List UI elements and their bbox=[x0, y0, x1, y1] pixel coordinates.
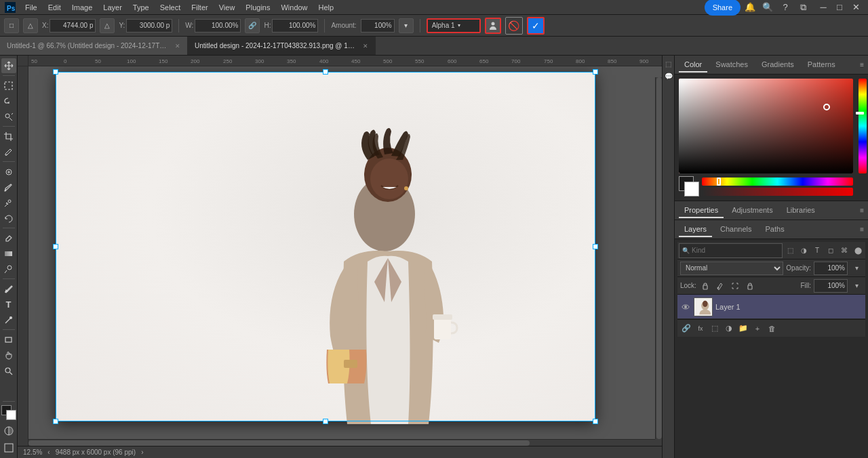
y-input[interactable] bbox=[126, 19, 172, 33]
commit-transform-button[interactable]: ✓ bbox=[527, 17, 545, 35]
transform-handle-br[interactable] bbox=[593, 419, 598, 424]
pen-tool[interactable] bbox=[1, 281, 16, 296]
tab-close-active-icon[interactable]: ✕ bbox=[363, 43, 368, 49]
paths-tab[interactable]: Paths bbox=[760, 222, 790, 237]
filter-smart-icon[interactable]: ⌘ bbox=[838, 245, 850, 257]
transform-handle-tr[interactable] bbox=[593, 69, 598, 75]
layers-panel-menu-icon[interactable]: ≡ bbox=[860, 226, 864, 233]
share-button[interactable]: Share bbox=[705, 0, 741, 16]
shape-tool[interactable] bbox=[1, 332, 16, 347]
layer-visibility-icon[interactable] bbox=[680, 301, 691, 312]
close-button[interactable]: ✕ bbox=[848, 0, 864, 16]
gradients-tab[interactable]: Gradients bbox=[756, 58, 800, 72]
lock-transparency-icon[interactable] bbox=[699, 280, 711, 292]
menu-file[interactable]: File bbox=[20, 2, 42, 13]
move-tool[interactable] bbox=[1, 58, 16, 73]
maximize-button[interactable]: □ bbox=[831, 0, 848, 16]
tab-untitled-design[interactable]: Untitled design - 2024-12-17T043832.913.… bbox=[188, 37, 376, 55]
group-layers-icon[interactable]: 📁 bbox=[737, 322, 749, 335]
layers-tab[interactable]: Layers bbox=[679, 222, 712, 237]
search-icon[interactable]: 🔍 bbox=[760, 0, 776, 16]
rectangular-select-tool[interactable] bbox=[1, 78, 16, 93]
fill-chevron-icon[interactable]: ▾ bbox=[850, 280, 863, 292]
libraries-tab[interactable]: Libraries bbox=[781, 203, 821, 218]
transform-handle-mr[interactable] bbox=[593, 244, 598, 249]
channels-tab[interactable]: Channels bbox=[715, 222, 757, 237]
swatches-tab[interactable]: Swatches bbox=[710, 58, 753, 72]
new-layer-icon[interactable]: + bbox=[751, 322, 764, 335]
transform-handle-tm[interactable] bbox=[323, 69, 328, 75]
link-wh-button[interactable]: 🔗 bbox=[245, 18, 260, 33]
color-spectrum[interactable] bbox=[679, 79, 853, 173]
history-brush-tool[interactable] bbox=[1, 211, 16, 226]
dodge-tool[interactable] bbox=[1, 262, 16, 276]
opacity-chevron-icon[interactable]: ▾ bbox=[850, 262, 863, 274]
layers-search[interactable]: 🔍 bbox=[679, 243, 783, 258]
crop-tool[interactable] bbox=[1, 129, 16, 144]
filter-pixel-icon[interactable]: ⬚ bbox=[784, 245, 796, 257]
help-icon[interactable]: ? bbox=[777, 0, 793, 16]
canvas-area[interactable]: 50 0 50 100 150 200 250 300 350 400 450 … bbox=[18, 56, 662, 458]
h-input[interactable] bbox=[272, 19, 318, 33]
amount-input[interactable] bbox=[361, 19, 395, 33]
type-tool[interactable]: T bbox=[1, 297, 16, 312]
minimize-button[interactable]: ─ bbox=[815, 0, 831, 16]
vscrollbar-thumb[interactable] bbox=[656, 77, 662, 439]
menu-filter[interactable]: Filter bbox=[186, 2, 212, 13]
x-input[interactable] bbox=[50, 19, 96, 33]
notification-icon[interactable]: 🔔 bbox=[742, 0, 758, 16]
filter-type-icon[interactable]: T bbox=[811, 245, 823, 257]
tab-close-icon[interactable]: ✕ bbox=[175, 43, 180, 49]
fill-input[interactable] bbox=[814, 279, 848, 293]
menu-window[interactable]: Window bbox=[276, 2, 312, 13]
lock-paint-icon[interactable] bbox=[714, 280, 726, 292]
menu-image[interactable]: Image bbox=[67, 2, 98, 13]
eyedropper-tool[interactable] bbox=[1, 144, 16, 159]
menu-type[interactable]: Type bbox=[128, 2, 154, 13]
cancel-transform-button[interactable]: 🚫 bbox=[505, 17, 523, 35]
patterns-tab[interactable]: Patterns bbox=[802, 58, 841, 72]
adjustment-layer-icon[interactable]: ◑ bbox=[723, 322, 735, 335]
add-mask-icon[interactable]: ⬚ bbox=[709, 322, 721, 335]
alpha-slider[interactable] bbox=[702, 188, 853, 196]
table-row[interactable]: Layer 1 bbox=[677, 295, 865, 319]
horizontal-scrollbar[interactable] bbox=[28, 439, 655, 446]
amount-dropdown[interactable]: ▾ bbox=[399, 18, 414, 33]
screen-mode-button[interactable] bbox=[1, 440, 16, 455]
menu-view[interactable]: View bbox=[214, 2, 240, 13]
layers-search-input[interactable] bbox=[692, 247, 779, 254]
quick-select-tool[interactable] bbox=[1, 109, 16, 124]
lock-artboard-icon[interactable] bbox=[729, 280, 741, 292]
transform-handle-tl[interactable] bbox=[53, 69, 58, 75]
lock-all-icon[interactable] bbox=[744, 280, 756, 292]
vertical-scrollbar[interactable] bbox=[655, 77, 662, 439]
filter-shape-icon[interactable]: ◻ bbox=[825, 245, 837, 257]
menu-select[interactable]: Select bbox=[155, 2, 186, 13]
person-icon-button[interactable] bbox=[485, 18, 501, 34]
properties-tab[interactable]: Properties bbox=[679, 203, 724, 218]
comment-icon[interactable]: 💬 bbox=[663, 70, 674, 81]
menu-plugins[interactable]: Plugins bbox=[241, 2, 275, 13]
color-panel-menu-icon[interactable]: ≡ bbox=[860, 61, 864, 68]
link-layers-icon[interactable]: 🔗 bbox=[680, 322, 692, 335]
layer-fx-icon[interactable]: fx bbox=[694, 322, 707, 335]
quick-mask-mode[interactable] bbox=[1, 423, 16, 438]
tool-options-rectangle[interactable]: □ bbox=[4, 18, 19, 33]
opacity-input[interactable] bbox=[814, 262, 848, 275]
background-swatch[interactable] bbox=[684, 182, 699, 196]
zoom-tool[interactable] bbox=[1, 363, 16, 378]
blend-mode-select[interactable]: Normal bbox=[680, 262, 783, 275]
fg-bg-color-swatch[interactable] bbox=[1, 405, 16, 420]
filter-adjust-icon[interactable]: ◑ bbox=[797, 245, 810, 257]
color-tab[interactable]: Color bbox=[679, 58, 707, 72]
status-arrow-left[interactable]: ‹ bbox=[47, 449, 50, 456]
filter-active-icon[interactable]: ⬤ bbox=[852, 245, 864, 257]
spot-heal-tool[interactable] bbox=[1, 164, 16, 179]
canvas-content[interactable] bbox=[28, 66, 662, 446]
hscrollbar-thumb[interactable] bbox=[28, 440, 530, 446]
w-input[interactable] bbox=[195, 19, 241, 33]
gradient-tool[interactable] bbox=[1, 246, 16, 261]
path-select-tool[interactable] bbox=[1, 312, 16, 327]
clone-stamp-tool[interactable] bbox=[1, 195, 16, 210]
adjustments-tab[interactable]: Adjustments bbox=[726, 203, 778, 218]
